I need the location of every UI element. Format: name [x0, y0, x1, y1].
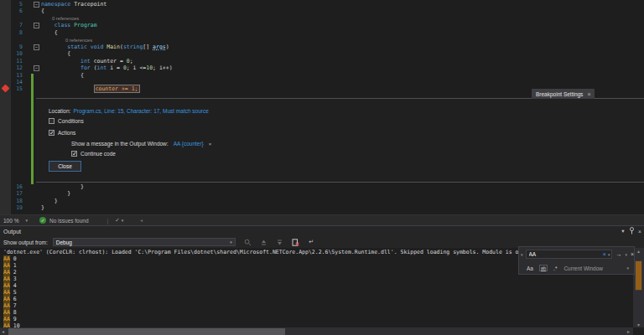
code-row: 17 } [0, 190, 644, 197]
next-message-icon[interactable] [276, 239, 283, 246]
continue-label: Continue code [80, 151, 116, 157]
close-button[interactable]: Close [49, 161, 81, 172]
fold-collapse-icon[interactable]: − [34, 2, 39, 8]
search-box[interactable]: × ▾ [526, 250, 613, 259]
search-match-highlight: AA [3, 269, 10, 276]
code-text[interactable]: int counter = 0; [41, 58, 133, 64]
code-text[interactable]: { [41, 72, 84, 79]
whole-word-icon[interactable]: ab [539, 265, 548, 271]
code-text[interactable]: { [41, 8, 44, 14]
drag-handle[interactable] [29, 229, 610, 233]
previous-message-icon[interactable] [260, 239, 267, 246]
code-health-indicator[interactable]: ✓ No issues found [39, 217, 89, 224]
peek-tab-close-icon[interactable]: × [587, 91, 590, 97]
window-position-icon[interactable]: ▾ [619, 228, 627, 234]
find-message-icon[interactable] [244, 239, 252, 246]
code-text[interactable]: } [41, 198, 58, 204]
output-title-bar[interactable]: Output ▾ × [0, 226, 644, 236]
output-line: AA 8 [3, 309, 631, 316]
scroll-left-icon[interactable]: ◂ [140, 218, 143, 223]
show-output-from-label: Show output from: [3, 240, 48, 245]
codelens-row: 0 references [0, 15, 644, 22]
regex-icon[interactable]: .* [553, 265, 557, 271]
conditions-label: Conditions [58, 118, 84, 124]
continue-row[interactable]: ✓ Continue code [71, 151, 116, 157]
search-match-highlight: AA [3, 302, 10, 309]
actions-label: Actions [58, 130, 75, 136]
output-line: AA 6 [3, 296, 631, 302]
location-label: Location: [49, 108, 70, 114]
line-number: 14 [0, 79, 25, 85]
find-options-icon[interactable]: ▾ [625, 252, 627, 257]
search-scope-dropdown[interactable]: Current Window [564, 265, 626, 271]
scroll-right-icon[interactable]: ▸ [627, 328, 630, 334]
clear-all-icon[interactable] [292, 239, 299, 246]
code-row: 18 } [0, 198, 644, 204]
continue-checkbox[interactable]: ✓ [71, 151, 77, 157]
check-icon: ✓ [49, 130, 55, 136]
zoom-control[interactable]: 100 % ▾ [3, 218, 28, 224]
code-text[interactable]: for (int i = 0; i <=10; i++) [41, 64, 173, 71]
line-number: 11 [0, 58, 25, 64]
search-match-highlight: AA [3, 282, 10, 289]
codelens-row: 0 references [0, 36, 644, 43]
code-lines-top: 5−namespace Tracepoint6{0 references7− c… [0, 1, 644, 93]
line-number: 15 [0, 85, 25, 92]
code-cleanup-control[interactable]: ✓ ▾ [115, 217, 123, 224]
output-source-dropdown[interactable]: Debug ▾ [53, 238, 236, 246]
chevron-down-icon[interactable]: ▾ [626, 265, 629, 271]
code-text[interactable]: class Program [41, 22, 97, 28]
message-label: Show a message in the Output Window: [71, 141, 169, 147]
code-text[interactable]: } [41, 190, 70, 197]
location-value[interactable]: Program.cs, Line: 15, Character: 17, Mus… [73, 108, 208, 114]
scrollbar-thumb[interactable] [8, 328, 285, 335]
search-match-highlight: AA [3, 289, 10, 296]
line-number: 19 [0, 204, 25, 211]
fold-collapse-icon[interactable]: − [34, 65, 39, 71]
conditions-row[interactable]: Conditions [49, 118, 84, 124]
code-text[interactable]: counter += 1; [41, 85, 140, 92]
breakpoint-settings-peek: Breakpoint Settings × Location: Program.… [36, 98, 644, 183]
breakpoint-settings-tab[interactable]: Breakpoint Settings × [532, 89, 595, 99]
remove-message-icon[interactable]: × [209, 142, 212, 147]
message-value[interactable]: AA {counter} [174, 141, 204, 147]
clear-search-icon[interactable]: × [603, 251, 606, 257]
code-row: 11 int counter = 0; [0, 58, 644, 64]
search-input[interactable] [527, 251, 603, 257]
chevron-down-icon[interactable]: ▾ [25, 218, 28, 223]
line-number: 12 [0, 64, 25, 71]
horizontal-scrollbar[interactable]: ◂ ▸ [0, 327, 633, 335]
match-case-icon[interactable]: Aa [527, 265, 533, 271]
search-match-highlight: AA [3, 262, 10, 269]
scrollbar-thumb[interactable] [635, 260, 642, 291]
line-number: 8 [0, 29, 25, 36]
code-text[interactable]: { [41, 50, 70, 57]
scroll-left-icon[interactable]: ◂ [2, 328, 4, 334]
search-match-highlight: AA [3, 276, 10, 282]
search-history-icon[interactable]: ▾ [608, 252, 610, 257]
actions-row[interactable]: ✓ Actions [49, 130, 75, 136]
fold-collapse-icon[interactable]: − [34, 44, 39, 50]
find-next-icon[interactable]: → [615, 251, 621, 257]
code-text[interactable]: } [41, 204, 44, 211]
scroll-down-icon[interactable]: ▾ [633, 322, 644, 327]
code-text[interactable]: namespace Tracepoint [41, 1, 106, 8]
conditions-checkbox[interactable] [49, 118, 55, 124]
line-number: 17 [0, 190, 25, 197]
output-line: AA 9 [3, 316, 631, 322]
cleanup-check-icon: ✓ [115, 217, 119, 224]
pin-icon[interactable] [627, 227, 636, 235]
close-find-icon[interactable]: × [631, 251, 634, 257]
code-row: 5−namespace Tracepoint [0, 1, 644, 8]
code-text[interactable]: static void Main(string[] args) [41, 44, 169, 50]
fold-collapse-icon[interactable]: − [34, 23, 39, 28]
find-popup: ▾ × ▾ → ▾ × Aa ab .* Current Window ▾ [518, 246, 635, 275]
close-icon[interactable]: × [636, 229, 644, 234]
code-text[interactable]: } [41, 183, 84, 190]
code-text[interactable]: { [41, 29, 58, 36]
line-number: 16 [0, 183, 25, 190]
line-number: 7 [0, 22, 25, 28]
word-wrap-icon[interactable]: ↵ [308, 239, 315, 246]
expand-search-icon[interactable]: ▾ [521, 252, 523, 257]
actions-checkbox[interactable]: ✓ [49, 130, 55, 136]
